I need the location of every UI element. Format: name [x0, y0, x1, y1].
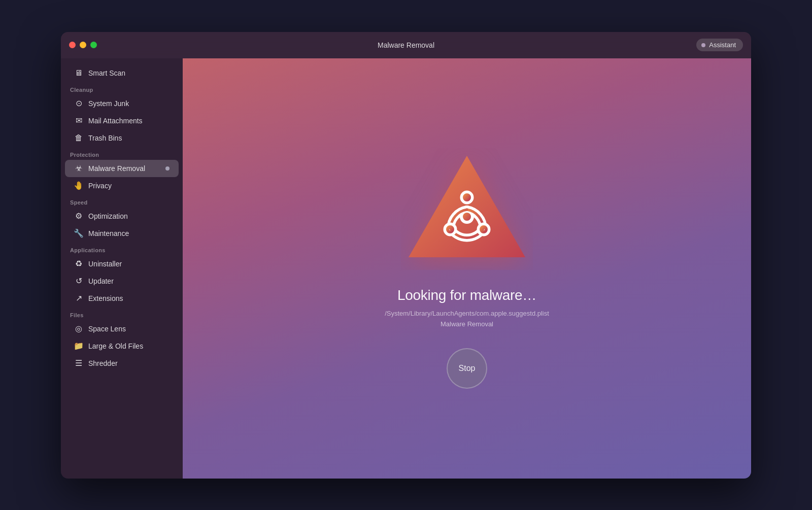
sidebar-item-label: Trash Bins — [88, 134, 122, 142]
stop-button-label: Stop — [459, 364, 476, 373]
sidebar-item-malware-removal[interactable]: ☣ Malware Removal — [65, 160, 179, 177]
sidebar-item-label: Mail Attachments — [88, 117, 143, 125]
sidebar-item-maintenance[interactable]: 🔧 Maintenance — [65, 225, 179, 242]
main-content: Looking for malware… /System/Library/Lau… — [183, 58, 751, 479]
updater-icon: ↺ — [74, 277, 83, 286]
sidebar-item-label: System Junk — [88, 99, 129, 108]
large-files-icon: 📁 — [74, 342, 83, 351]
smart-scan-icon: 🖥 — [74, 69, 83, 78]
sidebar-item-label: Smart Scan — [88, 69, 125, 77]
active-indicator — [165, 166, 170, 171]
section-label-cleanup: Cleanup — [61, 82, 183, 95]
sidebar-item-label: Malware Removal — [88, 164, 145, 173]
sidebar-item-mail-attachments[interactable]: ✉ Mail Attachments — [65, 112, 179, 129]
sidebar-item-space-lens[interactable]: ◎ Space Lens — [65, 320, 179, 337]
shredder-icon: ☰ — [74, 359, 83, 368]
section-label-speed: Speed — [61, 194, 183, 208]
privacy-icon: 🤚 — [74, 181, 83, 190]
stop-button[interactable]: Stop — [447, 348, 487, 389]
sidebar-item-smart-scan[interactable]: 🖥 Smart Scan — [65, 64, 179, 82]
sidebar-item-label: Shredder — [88, 359, 118, 367]
extensions-icon: ↗ — [74, 294, 83, 303]
maintenance-icon: 🔧 — [74, 229, 83, 238]
biohazard-illustration — [401, 148, 533, 272]
maximize-button[interactable] — [90, 42, 97, 48]
optimization-icon: ⚙ — [74, 212, 83, 221]
mail-icon: ✉ — [74, 116, 83, 125]
scan-module: Malware Removal — [441, 320, 493, 328]
space-lens-icon: ◎ — [74, 324, 83, 333]
assistant-dot-icon — [701, 43, 705, 47]
window-title: Malware Removal — [378, 41, 434, 49]
sidebar-item-shredder[interactable]: ☰ Shredder — [65, 355, 179, 372]
assistant-button[interactable]: Assistant — [696, 39, 743, 51]
sidebar-item-system-junk[interactable]: ⊙ System Junk — [65, 95, 179, 112]
section-label-applications: Applications — [61, 242, 183, 255]
sidebar-item-optimization[interactable]: ⚙ Optimization — [65, 208, 179, 225]
section-label-protection: Protection — [61, 147, 183, 160]
sidebar-item-label: Maintenance — [88, 229, 129, 237]
malware-icon: ☣ — [74, 164, 83, 173]
section-label-files: Files — [61, 307, 183, 320]
sidebar-item-updater[interactable]: ↺ Updater — [65, 273, 179, 290]
minimize-button[interactable] — [80, 42, 86, 48]
system-junk-icon: ⊙ — [74, 99, 83, 108]
svg-point-1 — [463, 213, 471, 221]
sidebar-item-label: Privacy — [88, 182, 112, 190]
sidebar-item-large-old-files[interactable]: 📁 Large & Old Files — [65, 337, 179, 355]
biohazard-svg — [401, 148, 533, 270]
close-button[interactable] — [69, 42, 76, 48]
sidebar-item-label: Extensions — [88, 294, 123, 302]
titlebar: Malware Removal Assistant — [61, 32, 751, 58]
sidebar-item-label: Optimization — [88, 212, 128, 220]
sidebar-item-label: Uninstaller — [88, 260, 122, 268]
sidebar-item-trash-bins[interactable]: 🗑 Trash Bins — [65, 129, 179, 147]
uninstaller-icon: ♻ — [74, 259, 83, 268]
sidebar-item-label: Large & Old Files — [88, 342, 143, 350]
sidebar-item-uninstaller[interactable]: ♻ Uninstaller — [65, 255, 179, 273]
sidebar: 🖥 Smart Scan Cleanup ⊙ System Junk ✉ Mai… — [61, 58, 183, 479]
assistant-label: Assistant — [709, 41, 736, 49]
sidebar-item-privacy[interactable]: 🤚 Privacy — [65, 177, 179, 194]
scan-path: /System/Library/LaunchAgents/com.apple.s… — [385, 310, 549, 317]
app-window: Malware Removal Assistant 🖥 Smart Scan C… — [61, 32, 751, 479]
status-heading: Looking for malware… — [397, 287, 536, 303]
sidebar-item-extensions[interactable]: ↗ Extensions — [65, 290, 179, 307]
sidebar-item-label: Space Lens — [88, 325, 126, 333]
trash-icon: 🗑 — [74, 133, 83, 143]
sidebar-item-label: Updater — [88, 277, 114, 285]
traffic-lights — [69, 42, 97, 48]
app-body: 🖥 Smart Scan Cleanup ⊙ System Junk ✉ Mai… — [61, 58, 751, 479]
